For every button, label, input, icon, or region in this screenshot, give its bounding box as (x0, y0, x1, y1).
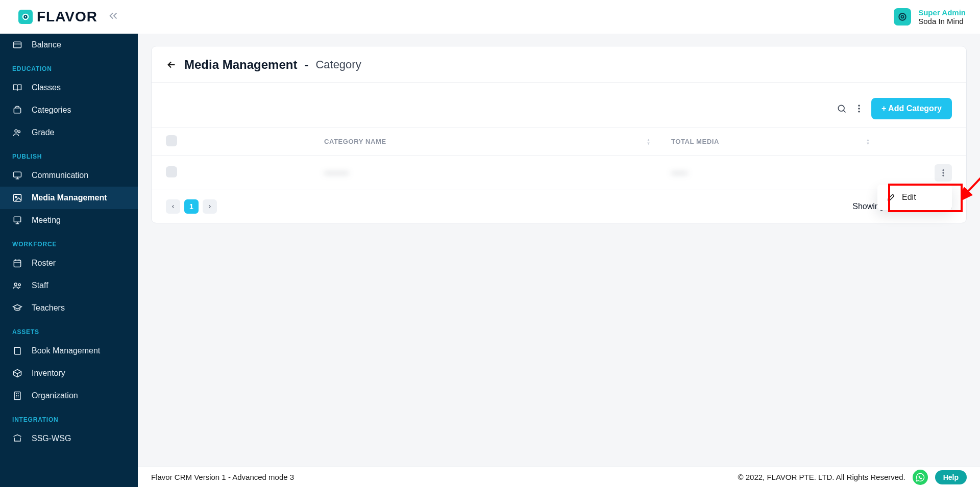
sidebar-item-label: Media Management (32, 193, 107, 202)
sidebar-item-classes[interactable]: Classes (0, 76, 138, 99)
svg-point-21 (943, 172, 944, 173)
building-icon (12, 391, 22, 401)
sidebar-item-label: Balance (32, 40, 61, 49)
sort-icon[interactable]: ▲▼ (646, 138, 651, 145)
pager-next[interactable] (203, 199, 217, 214)
svg-rect-4 (14, 42, 21, 48)
book-icon (12, 346, 22, 356)
svg-point-22 (943, 174, 944, 176)
dropdown-edit-label: Edit (902, 193, 916, 202)
user-role: Super Admin (918, 8, 966, 17)
category-table: CATEGORY NAME ▲▼ TOTAL MEDIA ▲▼ ——— —— (152, 127, 966, 190)
pager-prev[interactable] (166, 199, 180, 214)
pagination: 1 (166, 199, 217, 214)
card-header: Media Management - Category (152, 46, 966, 83)
svg-rect-12 (14, 260, 20, 267)
row-actions-dropdown: Edit (877, 185, 952, 210)
svg-point-1 (24, 16, 27, 18)
logo-mark-icon (18, 10, 33, 24)
row-actions-button[interactable] (935, 164, 952, 182)
add-category-button[interactable]: + Add Category (871, 98, 952, 119)
link-icon (12, 433, 22, 444)
svg-rect-8 (14, 172, 21, 177)
sidebar-item-communication[interactable]: Communication (0, 164, 138, 187)
sidebar-section-integration: INTEGRATION (0, 407, 138, 427)
sidebar-item-label: Teachers (32, 303, 65, 313)
sidebar-item-label: Staff (32, 281, 48, 290)
sidebar-item-label: Meeting (32, 216, 61, 225)
topbar-left: FLAVOR (18, 9, 119, 25)
sidebar-item-grade[interactable]: Grade (0, 121, 138, 144)
monitor-icon (12, 170, 22, 181)
sidebar-item-roster[interactable]: Roster (0, 252, 138, 274)
svg-point-18 (859, 108, 860, 110)
sidebar-section-assets: ASSETS (0, 319, 138, 340)
people-icon (12, 127, 22, 138)
sidebar-item-label: Inventory (32, 369, 65, 378)
svg-point-16 (838, 105, 844, 111)
sidebar-item-label: Book Management (32, 346, 100, 355)
sidebar-item-organization[interactable]: Organization (0, 385, 138, 407)
main-content: Media Management - Category + Add Catego… (138, 34, 980, 467)
topbar-right: Super Admin Soda In Mind (894, 8, 966, 26)
sidebar-collapse-button[interactable] (108, 10, 119, 23)
sidebar-item-balance[interactable]: Balance (0, 34, 138, 56)
sidebar-item-staff[interactable]: Staff (0, 274, 138, 297)
svg-rect-5 (14, 108, 20, 113)
svg-rect-15 (14, 392, 20, 400)
th-category-name[interactable]: CATEGORY NAME (324, 138, 386, 145)
pager-page-1[interactable]: 1 (184, 199, 199, 214)
cell-total-media: —— (671, 168, 688, 177)
row-checkbox[interactable] (166, 166, 177, 177)
svg-rect-9 (14, 194, 21, 201)
sidebar-item-categories[interactable]: Categories (0, 99, 138, 121)
toolbar-more-button[interactable] (854, 104, 864, 114)
help-button[interactable]: Help (935, 470, 967, 484)
table-row: ——— —— Edit (152, 156, 966, 190)
sidebar-section-publish: PUBLISH (0, 144, 138, 164)
sidebar-item-label: Grade (32, 128, 54, 137)
layers-icon (12, 105, 22, 115)
sidebar-item-inventory[interactable]: Inventory (0, 362, 138, 385)
sidebar-section-education: EDUCATION (0, 56, 138, 76)
footer: Flavor CRM Version 1 - Advanced mode 3 ©… (138, 467, 980, 487)
card: Media Management - Category + Add Catego… (151, 46, 967, 223)
presentation-icon (12, 215, 22, 225)
table-header-row: CATEGORY NAME ▲▼ TOTAL MEDIA ▲▼ (152, 127, 966, 156)
avatar[interactable] (894, 8, 911, 25)
sidebar-section-workforce: WORKFORCE (0, 232, 138, 252)
sidebar: Balance EDUCATION Classes Categories Gra… (0, 34, 138, 487)
svg-rect-11 (14, 217, 20, 222)
svg-point-19 (859, 111, 860, 113)
balance-icon (12, 40, 22, 50)
whatsapp-button[interactable] (913, 470, 928, 485)
page-title: Media Management (184, 58, 297, 72)
table-toolbar: + Add Category (152, 83, 966, 127)
sidebar-item-label: Roster (32, 259, 56, 268)
sidebar-item-label: Organization (32, 391, 78, 400)
topbar: FLAVOR Super Admin Soda In Mind (0, 0, 980, 34)
brand-logo[interactable]: FLAVOR (18, 9, 97, 25)
sort-icon[interactable]: ▲▼ (866, 138, 870, 145)
svg-point-17 (859, 105, 860, 107)
image-icon (12, 193, 22, 203)
select-all-checkbox[interactable] (166, 135, 177, 146)
th-total-media[interactable]: TOTAL MEDIA (671, 138, 719, 145)
sidebar-item-ssg-wsg[interactable]: SSG-WSG (0, 427, 138, 450)
dropdown-edit[interactable]: Edit (877, 188, 952, 207)
sidebar-item-meeting[interactable]: Meeting (0, 209, 138, 232)
back-button[interactable] (166, 59, 177, 70)
book-open-icon (12, 83, 22, 93)
sidebar-item-book-management[interactable]: Book Management (0, 340, 138, 362)
user-org: Soda In Mind (918, 17, 966, 25)
svg-point-14 (18, 284, 20, 286)
svg-point-20 (943, 169, 944, 171)
svg-point-3 (901, 16, 904, 18)
user-block[interactable]: Super Admin Soda In Mind (918, 8, 966, 26)
sidebar-item-media-management[interactable]: Media Management (0, 187, 138, 209)
sidebar-item-teachers[interactable]: Teachers (0, 297, 138, 319)
footer-copyright: © 2022, FLAVOR PTE. LTD. All Rights Rese… (738, 473, 905, 481)
page-title-separator: - (304, 58, 308, 72)
search-button[interactable] (837, 104, 847, 114)
page-subtitle: Category (315, 58, 361, 71)
